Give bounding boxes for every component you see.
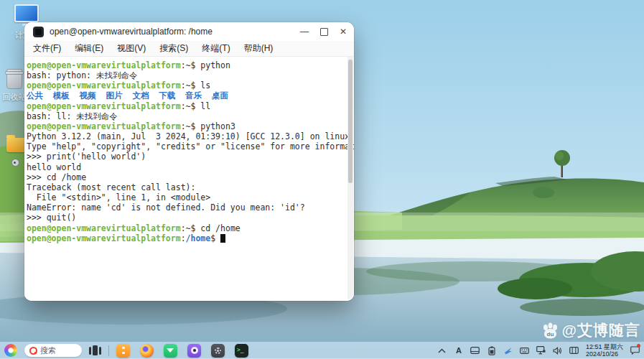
terminal-line: File "<stdin>", line 1, in <module> [27, 192, 345, 202]
taskbar: 搜索 A [0, 342, 644, 359]
clock-time: 12:51 [586, 343, 602, 350]
terminal-line: open@open-vmwarevirtualplatform:~$ ll [27, 101, 345, 111]
network-icon[interactable] [536, 345, 546, 355]
terminal-line: hello world [27, 162, 345, 172]
input-method-icon[interactable]: A [454, 345, 464, 355]
terminal-app-icon [33, 27, 44, 37]
terminal-window: open@open-vmwarevirtualplatform: /home —… [24, 22, 354, 301]
keyboard-icon[interactable] [520, 345, 530, 355]
control-center-icon[interactable] [211, 344, 225, 358]
folder-icon [6, 138, 26, 152]
terminal-line: open@open-vmwarevirtualplatform:~$ pytho… [27, 60, 345, 70]
minimize-button[interactable]: — [300, 27, 309, 36]
volume-icon[interactable] [553, 345, 563, 355]
menu-item[interactable]: 搜索(S) [159, 42, 188, 55]
terminal-line: Type "help", "copyright", "credits" or "… [27, 141, 345, 151]
onboard-keyboard-icon[interactable] [569, 345, 579, 355]
terminal-body[interactable]: open@open-vmwarevirtualplatform:~$ pytho… [24, 57, 354, 301]
mail-icon[interactable] [164, 344, 177, 358]
watermark: du @艾博随言 [541, 320, 640, 340]
maximize-button[interactable] [320, 28, 328, 36]
terminal-line: >>> cd /home [27, 172, 345, 182]
terminal-line: NameError: name 'cd' is not defined. Did… [27, 202, 345, 213]
terminal-dock-icon[interactable] [235, 344, 248, 358]
notification-center-icon[interactable] [630, 345, 640, 355]
desktop-icon-label: 回收站 [3, 92, 27, 103]
clock-date: 2024/10/26 [586, 350, 618, 358]
svg-text:du: du [546, 331, 554, 337]
desktop: 计算机 回收站 open@open-vmwarevirtualplatform:… [0, 0, 644, 359]
menu-item[interactable]: 视图(V) [117, 42, 146, 55]
terminal-line: Python 3.12.2 (main, Jul 3 2024, 01:39:1… [27, 131, 345, 141]
search-box[interactable]: 搜索 [24, 344, 82, 357]
window-title: open@open-vmwarevirtualplatform: /home [50, 27, 294, 37]
close-button[interactable]: ✕ [340, 27, 347, 36]
search-logo-icon [29, 347, 37, 355]
terminal-line: open@open-vmwarevirtualplatform:/home$ [27, 233, 345, 243]
taskbar-clock[interactable]: 12:51 星期六 2024/10/26 [586, 343, 623, 358]
search-label: 搜索 [40, 345, 56, 356]
terminal-line: >>> quit() [27, 213, 345, 223]
terminal-line: >>> print('hello world') [27, 151, 345, 162]
terminal-line: bash: python: 未找到命令 [27, 70, 345, 80]
dot-icon [11, 159, 19, 167]
camera-icon[interactable] [187, 344, 201, 358]
taskbar-divider [108, 345, 109, 356]
bluetooth-icon[interactable] [503, 345, 513, 355]
computer-icon [14, 4, 39, 22]
menu-item[interactable]: 文件(F) [33, 42, 61, 55]
terminal-line: bash: ll: 未找到命令 [27, 111, 345, 121]
terminal-cursor [220, 234, 225, 243]
menu-item[interactable]: 终端(T) [202, 42, 230, 55]
menu-item[interactable]: 编辑(E) [75, 42, 103, 55]
clock-weekday: 星期六 [604, 343, 623, 350]
window-titlebar[interactable]: open@open-vmwarevirtualplatform: /home —… [24, 22, 354, 41]
touchpad-icon[interactable] [470, 345, 480, 355]
terminal-line: open@open-vmwarevirtualplatform:~$ pytho… [27, 121, 345, 131]
tray-expand-icon[interactable] [437, 345, 447, 355]
firefox-icon[interactable] [140, 344, 154, 358]
terminal-line: 公共 模板 视频 图片 文档 下载 音乐 桌面 [27, 90, 345, 101]
watermark-text: @艾博随言 [562, 320, 640, 340]
menu-bar: 文件(F)编辑(E)视图(V)搜索(S)终端(T)帮助(H) [24, 41, 354, 57]
battery-icon[interactable] [487, 345, 497, 355]
terminal-scrollbar[interactable] [347, 57, 353, 299]
terminal-line: open@open-vmwarevirtualplatform:~$ cd /h… [27, 223, 345, 233]
terminal-line: open@open-vmwarevirtualplatform:~$ ls [27, 80, 345, 90]
terminal-line: Traceback (most recent call last): [27, 182, 345, 192]
task-view-icon[interactable] [89, 345, 101, 356]
menu-item[interactable]: 帮助(H) [244, 42, 274, 55]
file-manager-icon[interactable] [116, 344, 130, 358]
baidu-paw-icon: du [541, 321, 560, 340]
trash-icon [6, 69, 22, 89]
launcher-icon[interactable] [4, 344, 17, 357]
terminal-output: open@open-vmwarevirtualplatform:~$ pytho… [27, 60, 345, 243]
system-tray: A 12:51 星期六 2024 [437, 343, 640, 358]
scrollbar-thumb[interactable] [348, 60, 353, 183]
